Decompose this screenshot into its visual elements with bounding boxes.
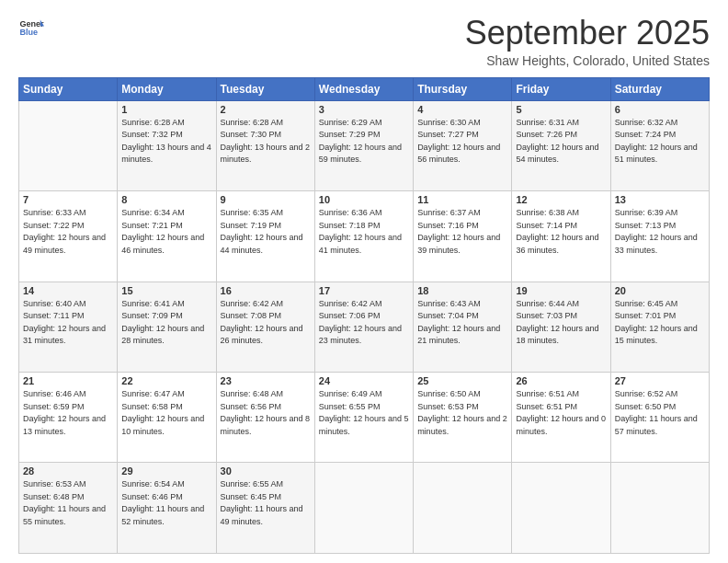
day-number: 2 <box>221 104 311 115</box>
day-info: Sunrise: 6:29 AMSunset: 7:29 PMDaylight:… <box>319 118 402 165</box>
calendar-cell: 8 Sunrise: 6:34 AMSunset: 7:21 PMDayligh… <box>118 191 216 282</box>
logo-icon: General Blue <box>18 15 44 40</box>
day-number: 19 <box>516 285 606 296</box>
day-info: Sunrise: 6:43 AMSunset: 7:04 PMDaylight:… <box>417 299 500 346</box>
calendar-cell: 3 Sunrise: 6:29 AMSunset: 7:29 PMDayligh… <box>314 100 413 190</box>
calendar-cell: 29 Sunrise: 6:54 AMSunset: 6:46 PMDaylig… <box>118 463 216 554</box>
day-info: Sunrise: 6:36 AMSunset: 7:18 PMDaylight:… <box>319 208 402 255</box>
day-number: 29 <box>121 465 211 477</box>
calendar-cell: 14 Sunrise: 6:40 AMSunset: 7:11 PMDaylig… <box>19 282 118 372</box>
calendar-cell: 23 Sunrise: 6:48 AMSunset: 6:56 PMDaylig… <box>216 373 314 463</box>
calendar-cell: 30 Sunrise: 6:55 AMSunset: 6:45 PMDaylig… <box>216 463 314 554</box>
day-number: 22 <box>121 375 211 386</box>
day-info: Sunrise: 6:46 AMSunset: 6:59 PMDaylight:… <box>23 389 106 436</box>
header: General Blue September 2025 Shaw Heights… <box>18 15 710 68</box>
weekday-header-tuesday: Tuesday <box>216 77 314 100</box>
calendar-cell <box>19 100 118 190</box>
day-info: Sunrise: 6:37 AMSunset: 7:16 PMDaylight:… <box>417 208 500 255</box>
weekday-header-thursday: Thursday <box>414 77 512 100</box>
calendar-cell: 9 Sunrise: 6:35 AMSunset: 7:19 PMDayligh… <box>216 191 314 282</box>
calendar-table: SundayMondayTuesdayWednesdayThursdayFrid… <box>18 77 710 554</box>
day-info: Sunrise: 6:41 AMSunset: 7:09 PMDaylight:… <box>121 299 204 346</box>
day-info: Sunrise: 6:52 AMSunset: 6:50 PMDaylight:… <box>615 389 698 436</box>
title-area: September 2025 Shaw Heights, Colorado, U… <box>465 15 710 68</box>
day-info: Sunrise: 6:42 AMSunset: 7:06 PMDaylight:… <box>319 299 402 346</box>
calendar-cell: 22 Sunrise: 6:47 AMSunset: 6:58 PMDaylig… <box>118 373 216 463</box>
logo: General Blue <box>18 15 44 40</box>
day-info: Sunrise: 6:34 AMSunset: 7:21 PMDaylight:… <box>121 208 204 255</box>
weekday-header-wednesday: Wednesday <box>314 77 413 100</box>
day-number: 12 <box>516 194 606 205</box>
day-number: 6 <box>615 104 705 115</box>
calendar-cell: 18 Sunrise: 6:43 AMSunset: 7:04 PMDaylig… <box>414 282 512 372</box>
day-info: Sunrise: 6:42 AMSunset: 7:08 PMDaylight:… <box>221 299 303 346</box>
day-number: 13 <box>615 194 705 205</box>
day-info: Sunrise: 6:54 AMSunset: 6:46 PMDaylight:… <box>121 479 204 526</box>
calendar-cell: 28 Sunrise: 6:53 AMSunset: 6:48 PMDaylig… <box>19 463 118 554</box>
day-number: 21 <box>23 375 113 386</box>
calendar-cell: 5 Sunrise: 6:31 AMSunset: 7:26 PMDayligh… <box>512 100 610 190</box>
calendar-cell: 24 Sunrise: 6:49 AMSunset: 6:55 PMDaylig… <box>314 373 413 463</box>
calendar-cell: 26 Sunrise: 6:51 AMSunset: 6:51 PMDaylig… <box>512 373 610 463</box>
day-info: Sunrise: 6:40 AMSunset: 7:11 PMDaylight:… <box>23 299 106 346</box>
calendar-cell: 19 Sunrise: 6:44 AMSunset: 7:03 PMDaylig… <box>512 282 610 372</box>
day-info: Sunrise: 6:53 AMSunset: 6:48 PMDaylight:… <box>23 479 106 526</box>
day-info: Sunrise: 6:51 AMSunset: 6:51 PMDaylight:… <box>516 389 606 436</box>
weekday-header-row: SundayMondayTuesdayWednesdayThursdayFrid… <box>19 77 710 100</box>
day-info: Sunrise: 6:33 AMSunset: 7:22 PMDaylight:… <box>23 208 106 255</box>
calendar-cell: 4 Sunrise: 6:30 AMSunset: 7:27 PMDayligh… <box>414 100 512 190</box>
day-number: 14 <box>23 285 113 296</box>
month-title: September 2025 <box>465 15 710 52</box>
day-info: Sunrise: 6:55 AMSunset: 6:45 PMDaylight:… <box>221 479 303 526</box>
day-info: Sunrise: 6:47 AMSunset: 6:58 PMDaylight:… <box>121 389 204 436</box>
calendar-week-row: 1 Sunrise: 6:28 AMSunset: 7:32 PMDayligh… <box>19 100 710 190</box>
calendar-cell: 6 Sunrise: 6:32 AMSunset: 7:24 PMDayligh… <box>610 100 709 190</box>
day-info: Sunrise: 6:30 AMSunset: 7:27 PMDaylight:… <box>417 118 500 165</box>
day-info: Sunrise: 6:39 AMSunset: 7:13 PMDaylight:… <box>615 208 698 255</box>
calendar-cell: 10 Sunrise: 6:36 AMSunset: 7:18 PMDaylig… <box>314 191 413 282</box>
calendar-cell: 21 Sunrise: 6:46 AMSunset: 6:59 PMDaylig… <box>19 373 118 463</box>
day-number: 20 <box>615 285 705 296</box>
day-info: Sunrise: 6:28 AMSunset: 7:30 PMDaylight:… <box>221 118 311 165</box>
day-number: 24 <box>319 375 409 386</box>
day-number: 11 <box>417 194 507 205</box>
day-number: 26 <box>516 375 606 386</box>
day-number: 17 <box>319 285 409 296</box>
calendar-cell <box>314 463 413 554</box>
day-info: Sunrise: 6:48 AMSunset: 6:56 PMDaylight:… <box>221 389 311 436</box>
weekday-header-monday: Monday <box>118 77 216 100</box>
calendar-cell: 11 Sunrise: 6:37 AMSunset: 7:16 PMDaylig… <box>414 191 512 282</box>
day-number: 23 <box>221 375 311 386</box>
day-number: 1 <box>121 104 211 115</box>
day-number: 30 <box>221 465 311 477</box>
weekday-header-friday: Friday <box>512 77 610 100</box>
day-info: Sunrise: 6:49 AMSunset: 6:55 PMDaylight:… <box>319 389 409 436</box>
day-info: Sunrise: 6:32 AMSunset: 7:24 PMDaylight:… <box>615 118 698 165</box>
day-number: 3 <box>319 104 409 115</box>
calendar-week-row: 28 Sunrise: 6:53 AMSunset: 6:48 PMDaylig… <box>19 463 710 554</box>
calendar-cell: 13 Sunrise: 6:39 AMSunset: 7:13 PMDaylig… <box>610 191 709 282</box>
page: General Blue September 2025 Shaw Heights… <box>0 0 728 563</box>
calendar-cell: 17 Sunrise: 6:42 AMSunset: 7:06 PMDaylig… <box>314 282 413 372</box>
calendar-cell: 15 Sunrise: 6:41 AMSunset: 7:09 PMDaylig… <box>118 282 216 372</box>
calendar-cell: 20 Sunrise: 6:45 AMSunset: 7:01 PMDaylig… <box>610 282 709 372</box>
calendar-cell: 27 Sunrise: 6:52 AMSunset: 6:50 PMDaylig… <box>610 373 709 463</box>
calendar-cell <box>512 463 610 554</box>
weekday-header-sunday: Sunday <box>19 77 118 100</box>
day-number: 4 <box>417 104 507 115</box>
day-number: 5 <box>516 104 606 115</box>
calendar-cell: 1 Sunrise: 6:28 AMSunset: 7:32 PMDayligh… <box>118 100 216 190</box>
calendar-cell: 7 Sunrise: 6:33 AMSunset: 7:22 PMDayligh… <box>19 191 118 282</box>
day-number: 27 <box>615 375 705 386</box>
day-number: 7 <box>23 194 113 205</box>
location-subtitle: Shaw Heights, Colorado, United States <box>465 53 710 68</box>
day-info: Sunrise: 6:38 AMSunset: 7:14 PMDaylight:… <box>516 208 598 255</box>
weekday-header-saturday: Saturday <box>610 77 709 100</box>
day-info: Sunrise: 6:44 AMSunset: 7:03 PMDaylight:… <box>516 299 598 346</box>
day-info: Sunrise: 6:45 AMSunset: 7:01 PMDaylight:… <box>615 299 698 346</box>
svg-text:Blue: Blue <box>19 28 38 37</box>
calendar-cell <box>610 463 709 554</box>
calendar-cell: 16 Sunrise: 6:42 AMSunset: 7:08 PMDaylig… <box>216 282 314 372</box>
day-info: Sunrise: 6:28 AMSunset: 7:32 PMDaylight:… <box>121 118 211 165</box>
calendar-week-row: 21 Sunrise: 6:46 AMSunset: 6:59 PMDaylig… <box>19 373 710 463</box>
